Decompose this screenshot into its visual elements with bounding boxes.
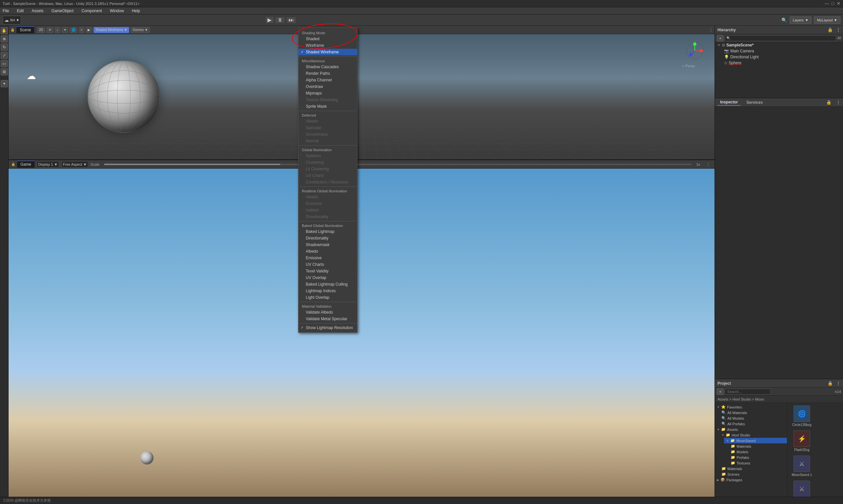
dropdown-shadow-cascades[interactable]: Shadow Cascades	[299, 64, 357, 70]
pause-button[interactable]: ⏸	[275, 17, 285, 23]
dropdown-baked-lightmap-culling[interactable]: Baked Lightmap Culling	[299, 281, 357, 288]
menu-file[interactable]: File	[1, 8, 10, 14]
dropdown-validate-metal[interactable]: Validate Metal Specular	[299, 316, 357, 322]
close-button[interactable]: ✕	[837, 1, 840, 6]
scene-more-btn[interactable]: ⋮	[707, 28, 715, 33]
scene-audio-btn[interactable]: ♪	[55, 27, 60, 33]
tree-moonsword[interactable]: ▼ 📁 MoonSword	[724, 438, 787, 444]
tree-materials[interactable]: 📁 Materials	[719, 466, 787, 471]
scene-tab-lock[interactable]: 🔒	[8, 28, 16, 32]
dropdown-sprite-mask[interactable]: Sprite Mask	[299, 103, 357, 110]
dropdown-overdraw[interactable]: Overdraw	[299, 83, 357, 90]
tree-packages[interactable]: ▶ 📦 Packages	[715, 477, 787, 483]
menu-window[interactable]: Window	[108, 8, 125, 14]
layout-dropdown[interactable]: MyLayout ▼	[814, 16, 840, 24]
asset-moonsword1[interactable]: ⚔ MoonSword 1	[789, 454, 815, 478]
minimize-button[interactable]: —	[825, 1, 829, 6]
dropdown-albedo-baked[interactable]: Albedo	[299, 248, 357, 255]
inspector-tab[interactable]: Inspector	[717, 99, 740, 106]
hierarchy-main-camera[interactable]: 📷 Main Camera	[721, 48, 843, 54]
fav-all-models[interactable]: 🔍 All Models	[719, 415, 787, 421]
tree-models[interactable]: 📁 Models	[729, 449, 787, 455]
game-display-dropdown[interactable]: Display 1 ▼	[37, 161, 59, 168]
inspector-more-icon[interactable]: ⋮	[836, 100, 840, 105]
maximize-button[interactable]: □	[831, 1, 834, 6]
game-tab-lock[interactable]: 🔒	[11, 162, 15, 166]
step-button[interactable]: ⏭	[287, 17, 296, 23]
dropdown-baked-lightmap[interactable]: Baked Lightmap	[299, 228, 357, 235]
dropdown-mipmaps[interactable]: Mipmaps	[299, 90, 357, 96]
project-lock-icon[interactable]: 🔒	[827, 381, 833, 386]
scene-2d-btn[interactable]: 2D	[37, 27, 45, 33]
scene-shading-btn[interactable]: Shaded Wireframe ▼ Shading Mode Shaded W…	[93, 27, 129, 33]
tree-prefabs[interactable]: 📁 Prefabs	[729, 455, 787, 460]
favorites-section[interactable]: ▼ ⭐ Favorites	[715, 404, 787, 410]
tree-materials-sub[interactable]: 📁 Materials	[729, 444, 787, 449]
menu-gameobject[interactable]: GameObject	[50, 8, 75, 14]
project-more-icon[interactable]: ⋮	[836, 381, 840, 386]
menu-component[interactable]: Component	[80, 8, 103, 14]
fav-all-prefabs[interactable]: 🔍 All Prefabs	[719, 421, 787, 427]
hierarchy-directional-light[interactable]: 💡 Directional Light	[721, 54, 843, 60]
search-icon[interactable]: 🔍	[782, 17, 787, 23]
move-tool[interactable]: ⊕	[1, 35, 8, 42]
dropdown-emissive-baked[interactable]: Emissive	[299, 255, 357, 261]
fav-all-materials[interactable]: 🔍 All Materials	[719, 410, 787, 415]
play-button[interactable]: ▶	[266, 17, 273, 23]
menu-edit[interactable]: Edit	[16, 8, 25, 14]
scene-viewport[interactable]: ☁ < Persp X Y Z	[8, 34, 715, 159]
scene-light-btn[interactable]: ☀	[47, 27, 53, 33]
hierarchy-more-icon[interactable]: ⋮	[836, 28, 840, 32]
game-aspect-dropdown[interactable]: Free Aspect ▼	[61, 161, 89, 168]
dropdown-directionality-baked[interactable]: Directionality	[299, 235, 357, 241]
asset-circle135[interactable]: 🌀 Circle135bcg	[789, 404, 815, 428]
dropdown-show-lightmap-resolution[interactable]: Show Lightmap Resolution	[299, 324, 357, 331]
layers-dropdown[interactable]: Layers ▼	[790, 16, 811, 24]
project-search-input[interactable]	[725, 389, 771, 395]
game-viewport[interactable]	[8, 169, 715, 504]
game-more-btn[interactable]: ⋮	[705, 162, 712, 167]
rect-tool[interactable]: ▭	[1, 60, 8, 67]
scene-fx-btn[interactable]: ✦	[61, 27, 68, 33]
project-add-btn[interactable]: +	[717, 389, 723, 395]
dropdown-texel-validity[interactable]: Texel Validity	[299, 268, 357, 274]
custom-tool[interactable]: ✦	[1, 80, 8, 87]
scene-skybox-btn[interactable]: 🌐	[70, 27, 77, 33]
dropdown-render-paths[interactable]: Render Paths	[299, 70, 357, 77]
transform-tool[interactable]: ⊞	[1, 68, 8, 75]
menu-help[interactable]: Help	[130, 8, 141, 14]
dropdown-lightmap-indices[interactable]: Lightmap Indices	[299, 288, 357, 294]
dropdown-uv-overlap[interactable]: UV Overlap	[299, 274, 357, 281]
rotate-tool[interactable]: ↻	[1, 43, 8, 51]
tree-assets[interactable]: ▼ 📁 Assets	[715, 427, 787, 432]
services-tab[interactable]: Services	[744, 100, 765, 105]
dropdown-shaded[interactable]: Shaded	[299, 36, 357, 42]
game-scale-slider[interactable]	[104, 164, 692, 165]
account-button[interactable]: XH ▼	[10, 18, 19, 22]
tree-textures[interactable]: 📁 Textures	[729, 460, 787, 466]
scene-gizmo[interactable]: X Y Z	[685, 41, 705, 60]
menu-assets[interactable]: Assets	[30, 8, 45, 14]
game-tab[interactable]: Game	[17, 161, 35, 168]
scene-gizmos-btn[interactable]: Gizmos ▼	[130, 27, 150, 33]
hand-tool[interactable]: ✋	[1, 27, 8, 34]
dropdown-validate-albedo[interactable]: Validate Albedo	[299, 309, 357, 316]
tree-scenes[interactable]: 📁 Scenes	[719, 471, 787, 477]
scene-fog-btn[interactable]: ≈	[79, 27, 85, 33]
dropdown-uv-charts-baked[interactable]: UV Charts	[299, 261, 357, 268]
dropdown-light-overlap[interactable]: Light Overlap	[299, 294, 357, 301]
dropdown-wireframe[interactable]: Wireframe	[299, 42, 357, 49]
hierarchy-search[interactable]: 🔍	[725, 35, 836, 41]
dropdown-shaded-wireframe[interactable]: Shaded Wireframe	[299, 49, 357, 55]
hierarchy-lock-icon[interactable]: 🔒	[827, 28, 833, 32]
tree-hovl-studio[interactable]: ▼ 📁 Hovl Studio	[719, 432, 787, 438]
scene-anim-btn[interactable]: ▶	[86, 27, 92, 33]
dropdown-alpha-channel[interactable]: Alpha Channel	[299, 77, 357, 83]
inspector-lock-icon[interactable]: 🔒	[826, 100, 831, 105]
asset-flash20[interactable]: ⚡ Flash20cg	[789, 429, 815, 453]
hierarchy-add-btn[interactable]: +	[717, 35, 723, 41]
hierarchy-scene-name[interactable]: ▼ ⊙ SampleScene*	[715, 42, 843, 48]
scale-tool[interactable]: ⤢	[1, 52, 8, 59]
dropdown-shadowmask[interactable]: Shadowmask	[299, 241, 357, 248]
hierarchy-sphere[interactable]: ⊙ Sphere	[721, 60, 843, 66]
